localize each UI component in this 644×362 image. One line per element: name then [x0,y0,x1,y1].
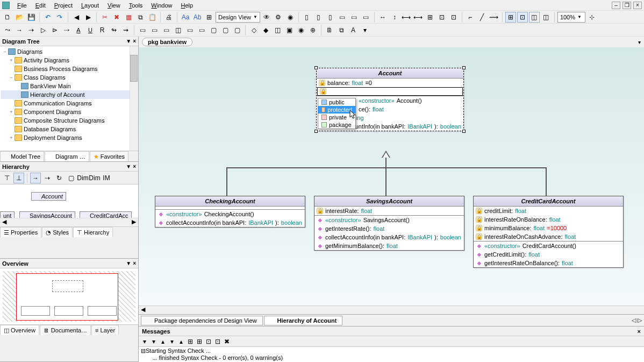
view-combo[interactable]: Design View▼ [216,12,260,23]
vis-opt-package[interactable]: package [318,121,355,129]
box6-icon[interactable]: ▭ [196,25,207,36]
canvas-hscroll[interactable]: ◀ [139,306,644,314]
view-icon[interactable]: ◫ [529,12,540,23]
tab-overview[interactable]: ◫Overview [0,325,39,335]
hier-btn-2[interactable]: ⊥ [13,173,24,183]
tree-item[interactable]: Business Process Diagrams [1,65,137,73]
line2-icon[interactable]: ╱ [477,12,488,23]
canvas-pkg-tab[interactable]: pkg bankview [142,38,192,46]
tree-item[interactable]: Communication Diagrams [1,99,137,108]
box1-icon[interactable]: ▭ [137,25,148,36]
menu-edit[interactable]: Edit [31,1,50,10]
delete-icon[interactable]: ✖ [111,12,122,23]
vis-opt-protected[interactable]: protected [318,106,355,113]
vis-opt-public[interactable]: public [318,98,355,106]
menu-layout[interactable]: Layout [77,1,103,10]
cut-icon[interactable]: ✂ [99,12,110,23]
hierarchy-body[interactable]: Account unt SavingsAccount CreditCardAcc… [0,184,138,226]
close-panel-icon[interactable]: × [133,260,136,266]
overview-body[interactable] [0,268,138,324]
hier-root[interactable]: Account [31,192,66,201]
msg-btn[interactable]: ▾ [149,337,158,346]
tab-diagram[interactable]: Diagram … [45,151,89,161]
shape1-icon[interactable]: ◇ [248,25,259,36]
tree-item[interactable]: Hierarchy of Account [1,90,137,99]
box2-icon[interactable]: ▭ [149,25,160,36]
class-savings[interactable]: SavingsAccount 🔒interestRate:float ◆«con… [314,196,464,251]
size-w-icon[interactable]: ⟷ [401,12,412,23]
tree-item[interactable]: BankView Main [1,82,137,90]
hier-btn-3[interactable]: → [30,173,41,183]
arrow4-icon[interactable]: ↬ [109,25,119,36]
tab-layer[interactable]: ≡Layer [91,325,119,335]
tree-item[interactable]: −Class Diagrams [1,73,137,82]
tab-documentation[interactable]: 🗎Documenta… [40,325,91,335]
tab-prev-icon[interactable]: ◁ [632,317,636,324]
tab-properties[interactable]: ☰Properties [0,227,41,237]
new-icon[interactable]: 🗋 [2,12,13,23]
pin-icon[interactable]: ▼ [126,38,131,44]
hier-btn-7[interactable]: Dim [77,173,88,183]
grid-icon[interactable]: ⊞ [505,12,516,23]
tb-icon-1[interactable]: ▦ [123,12,134,23]
box9-icon[interactable]: ▢ [232,25,242,36]
close-messages-icon[interactable]: × [638,328,641,335]
box4-icon[interactable]: ◫ [173,25,183,36]
hier-hscroll[interactable]: ◀▶ [0,218,138,226]
class-credit[interactable]: CreditCardAccount 🔒creditLimit:float 🔒in… [473,196,624,268]
menu-view[interactable]: View [103,1,125,10]
tab-next-icon[interactable]: ▷ [638,317,642,324]
menu-help[interactable]: Help [177,1,198,10]
box5-icon[interactable]: ▭ [184,25,195,36]
shape4-icon[interactable]: ▣ [284,25,295,36]
tb-icon-6[interactable]: ⊡ [437,12,447,23]
msg-btn[interactable]: ⊞ [186,337,195,346]
tree-item[interactable]: +Activity Diagrams [1,56,137,65]
minimize-button[interactable]: – [612,2,620,9]
tb-icon-4[interactable]: ⚙ [273,12,284,23]
hier-btn-6[interactable]: ▢ [66,173,76,183]
tb-icon-3[interactable]: 👁 [261,12,272,23]
line3-icon[interactable]: ⟿ [489,12,499,23]
shape5-icon[interactable]: ◉ [296,25,306,36]
visibility-dropdown-trigger[interactable]: 🔒 [320,88,326,95]
pin-icon[interactable]: ▼ [126,260,131,266]
arrow2-icon[interactable]: ⇢ [26,25,37,36]
text-u-icon[interactable]: U [85,25,96,36]
arrow1-icon[interactable]: → [14,25,25,36]
note-icon[interactable]: 🗎 [324,25,335,36]
snap-icon[interactable]: ⊡ [517,12,528,23]
hier-btn-1[interactable]: ⊤ [2,173,12,183]
arrow3-icon[interactable]: ⤏ [61,25,72,36]
redo-icon[interactable]: ↷ [54,12,65,23]
messages-body[interactable]: ⊟Starting Syntax Check ... ... finished … [139,347,644,362]
msg-clear-icon[interactable]: ✖ [223,337,231,346]
back-icon[interactable]: ◀ [71,12,82,23]
text-a-icon[interactable]: A [73,25,84,36]
copy-icon[interactable]: ⧉ [135,12,146,23]
tab-favorites[interactable]: ★Favorites [90,151,128,161]
box3-icon[interactable]: ▭ [161,25,171,36]
shape3-icon[interactable]: ◫ [272,25,283,36]
tree-item[interactable]: +Deployment Diagrams [1,133,137,142]
align-bot-icon[interactable]: ▭ [361,12,371,23]
tree-item[interactable]: Composite Structure Diagrams [1,116,137,125]
tb-icon-7[interactable]: ⊡ [448,12,459,23]
tree-item[interactable]: +Component Diagrams [1,108,137,116]
align-right-icon[interactable]: ▯ [325,12,336,23]
diagram-canvas[interactable]: Account 🔒balance:float=0 🔒 ◆«constructor… [139,47,644,306]
msg-btn[interactable]: ⊡ [213,337,222,346]
tree-scrollbar[interactable] [130,46,138,151]
gen-icon[interactable]: ▷ [38,25,48,36]
menu-window[interactable]: Window [147,1,176,10]
align-top-icon[interactable]: ▭ [337,12,348,23]
vis-opt-private[interactable]: private [318,113,355,121]
more-icon[interactable]: ▾ [360,25,370,36]
tree-root[interactable]: −Diagrams [1,47,137,56]
attr-editor[interactable]: 🔒 [317,87,463,96]
arrow5-icon[interactable]: ⇝ [120,25,131,36]
undo-icon[interactable]: ↶ [42,12,53,23]
pin-icon[interactable]: ▼ [126,164,131,169]
tb-icon-5[interactable]: ◉ [285,12,296,23]
menu-file[interactable]: File [13,1,31,10]
